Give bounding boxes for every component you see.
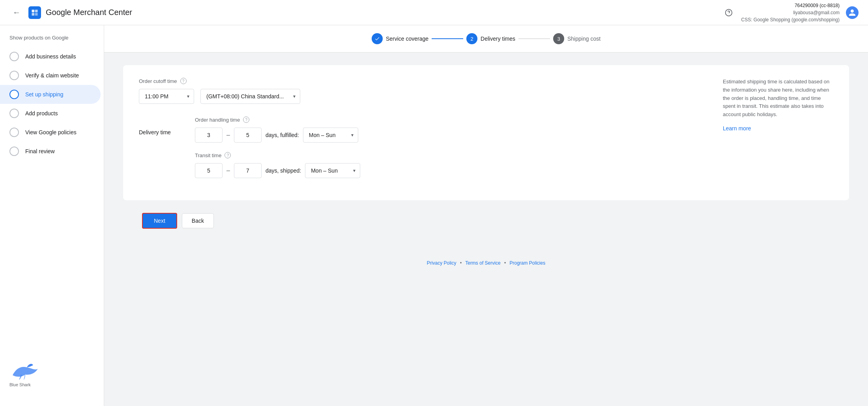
sidebar-icon-add-products [9,109,19,118]
sidebar-logo-area: Blue Shark [0,349,104,397]
handling-help-icon[interactable]: ? [243,117,249,123]
sidebar-item-add-products[interactable]: Add products [0,104,104,123]
sidebar-label-add-business: Add business details [25,53,76,60]
blue-shark-label: Blue Shark [9,382,31,387]
transit-range-row: – days, shipped: Mon – Sun Mon – Fri Mon… [195,163,707,178]
handling-min-input[interactable] [195,128,223,143]
cutoff-time-select[interactable]: 11:00 PM 10:00 PM 12:00 AM [139,89,194,104]
sidebar-icon-set-up-shipping [9,90,19,99]
header-title: Google Merchant Center [46,8,132,17]
form-card: Order cutoff time ? 11:00 PM 10:00 PM 12… [123,65,849,200]
sidebar-label-add-products: Add products [25,110,58,117]
step-connector-2 [518,38,550,39]
step-circle-service-coverage [372,33,383,44]
step-label-delivery-times: Delivery times [481,36,515,42]
avatar[interactable] [846,6,859,19]
handling-fulfilled-select[interactable]: Mon – Sun Mon – Fri Mon – Sat [303,128,358,143]
transit-days-label: days, shipped: [266,167,301,174]
sidebar-label-set-up-shipping: Set up shipping [25,91,64,98]
footer-sep-2: • [504,260,506,266]
sidebar-label-final-review: Final review [25,148,55,154]
cutoff-dropdowns: 11:00 PM 10:00 PM 12:00 AM (GMT+08:00) C… [139,89,707,104]
account-info: 764290009 (cc-8818) liyabousa@gmail.com … [741,2,840,23]
order-cutoff-section: Order cutoff time ? 11:00 PM 10:00 PM 12… [139,78,707,104]
transit-shipped-wrapper: Mon – Sun Mon – Fri Mon – Sat [305,163,360,178]
sidebar-icon-add-business [9,52,19,61]
step-service-coverage: Service coverage [372,33,428,44]
order-cutoff-label: Order cutoff time [139,78,177,84]
svg-rect-2 [32,13,35,15]
svg-rect-1 [35,9,38,12]
sidebar: Show products on Google Add business det… [0,25,104,406]
content-area: Order cutoff time ? 11:00 PM 10:00 PM 12… [104,53,868,254]
terms-of-service-link[interactable]: Terms of Service [465,260,500,266]
sidebar-nav: Show products on Google Add business det… [0,35,104,161]
transit-label-row: Transit time ? [195,152,707,158]
step-delivery-times: 2 Delivery times [466,33,515,44]
sidebar-label-view-policies: View Google policies [25,129,77,135]
step-shipping-cost: 3 Shipping cost [553,33,600,44]
next-button[interactable]: Next [142,213,177,229]
transit-help-icon[interactable]: ? [224,152,231,158]
svg-rect-3 [35,13,38,15]
step-label-shipping-cost: Shipping cost [567,36,600,42]
info-text: Estimated shipping time is calculated ba… [723,78,833,119]
handling-days-label: days, fulfilled: [266,132,299,138]
sidebar-item-verify-claim[interactable]: Verify & claim website [0,66,104,85]
order-cutoff-label-row: Order cutoff time ? [139,78,707,84]
handling-range-row: – days, fulfilled: Mon – Sun Mon – Fri M… [195,128,707,143]
handling-time-group: Order handling time ? – days, fulfilled: [195,117,707,143]
cutoff-time-wrapper: 11:00 PM 10:00 PM 12:00 AM [139,89,194,104]
transit-shipped-select[interactable]: Mon – Sun Mon – Fri Mon – Sat [305,163,360,178]
delivery-time-main-label: Delivery time [139,117,182,135]
transit-max-input[interactable] [234,163,262,178]
sidebar-icon-final-review [9,147,19,156]
sidebar-icon-verify-claim [9,71,19,80]
program-policies-link[interactable]: Program Policies [509,260,545,266]
handling-range-dash: – [226,132,230,139]
transit-label: Transit time [195,152,221,158]
sidebar-item-set-up-shipping[interactable]: Set up shipping [0,85,101,104]
progress-bar: Service coverage 2 Delivery times 3 Ship… [104,25,868,53]
footer: Privacy Policy • Terms of Service • Prog… [104,254,868,272]
handling-fulfilled-wrapper: Mon – Sun Mon – Fri Mon – Sat [303,128,358,143]
layout: Show products on Google Add business det… [0,25,868,406]
footer-sep-1: • [460,260,462,266]
step-number-shipping: 3 [557,36,560,42]
header: ← Google Merchant Center 764290009 (cc-8… [0,0,868,25]
handling-max-input[interactable] [234,128,262,143]
delivery-time-row: Delivery time Order handling time ? [139,117,707,188]
handling-label: Order handling time [195,117,240,123]
sidebar-label-verify-claim: Verify & claim website [25,72,79,79]
buttons-row: Next Back [123,213,849,229]
cutoff-timezone-select[interactable]: (GMT+08:00) China Standard... (GMT+00:00… [200,89,300,104]
help-button[interactable] [722,6,735,19]
transit-min-input[interactable] [195,163,223,178]
header-right: 764290009 (cc-8818) liyabousa@gmail.com … [722,2,859,23]
order-cutoff-help-icon[interactable]: ? [180,78,187,84]
learn-more-link[interactable]: Learn more [723,125,751,132]
step-connector-1 [432,38,463,39]
sidebar-icon-view-policies [9,128,19,137]
sidebar-item-final-review[interactable]: Final review [0,142,104,161]
account-email: liyabousa@gmail.com [741,9,840,16]
step-circle-delivery-times: 2 [466,33,477,44]
info-panel: Estimated shipping time is calculated ba… [723,78,833,188]
transit-range-dash: – [226,167,230,174]
sidebar-item-view-google-policies[interactable]: View Google policies [0,123,104,142]
back-button-form[interactable]: Back [182,213,214,228]
back-button[interactable]: ← [9,5,24,20]
blue-shark-logo-icon [9,359,41,382]
card-main: Order cutoff time ? 11:00 PM 10:00 PM 12… [139,78,707,188]
sidebar-item-add-business-details[interactable]: Add business details [0,47,104,66]
step-label-service-coverage: Service coverage [386,36,428,42]
svg-rect-0 [32,9,35,12]
privacy-policy-link[interactable]: Privacy Policy [427,260,456,266]
cutoff-timezone-wrapper: (GMT+08:00) China Standard... (GMT+00:00… [200,89,300,104]
sidebar-section-title: Show products on Google [0,35,104,47]
header-left: ← Google Merchant Center [9,5,132,20]
transit-time-group: Transit time ? – days, shipped: [195,152,707,178]
main-content: Service coverage 2 Delivery times 3 Ship… [104,25,868,406]
handling-label-row: Order handling time ? [195,117,707,123]
delivery-fields-col: Order handling time ? – days, fulfilled: [195,117,707,188]
